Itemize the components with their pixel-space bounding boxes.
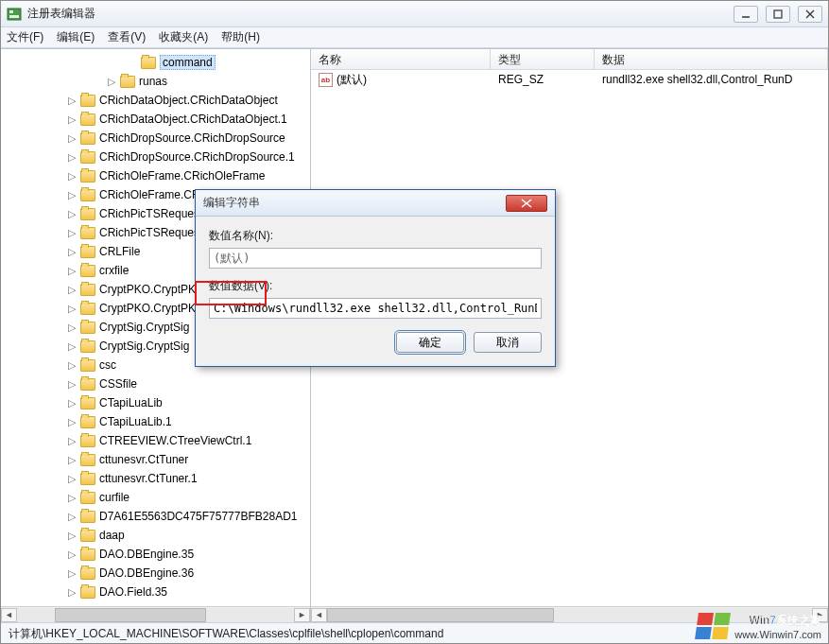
menu-file[interactable]: 文件(F) — [7, 29, 43, 45]
tree-expand-icon[interactable]: ▷ — [65, 435, 78, 447]
scroll-left-button[interactable]: ◄ — [1, 608, 17, 622]
tree-expand-icon[interactable]: ▷ — [65, 340, 78, 353]
tree-expand-icon[interactable]: ▷ — [65, 303, 78, 315]
tree-expand-icon[interactable]: ▷ — [65, 246, 78, 258]
tree-item[interactable]: ▷DAO.DBEngine.36 — [1, 564, 310, 583]
tree-expand-icon[interactable]: ▷ — [65, 454, 78, 466]
maximize-button[interactable] — [766, 6, 790, 23]
tree-horizontal-scrollbar[interactable]: ◄ ► — [1, 606, 310, 622]
tree-expand-icon[interactable]: ▷ — [65, 586, 78, 599]
tree-item-label: daap — [99, 529, 125, 542]
menu-edit[interactable]: 编辑(E) — [57, 29, 95, 45]
folder-icon — [80, 189, 95, 201]
scroll-thumb[interactable] — [55, 608, 206, 622]
tree-expand-icon[interactable]: ▷ — [65, 548, 78, 561]
menu-view[interactable]: 查看(V) — [108, 29, 146, 45]
tree-item[interactable]: command — [1, 53, 310, 72]
row-data: rundll32.exe shell32.dll,Control_RunD — [595, 73, 828, 86]
column-data[interactable]: 数据 — [595, 49, 828, 69]
value-data-input[interactable] — [209, 298, 542, 319]
tree-expand-icon[interactable]: ▷ — [65, 378, 78, 391]
tree-item[interactable]: ▷CSSfile — [1, 374, 310, 393]
tree-expand-icon[interactable]: ▷ — [65, 189, 78, 201]
column-name[interactable]: 名称 — [311, 49, 491, 69]
tree-expand-icon[interactable]: ▷ — [65, 397, 78, 409]
svg-rect-4 — [774, 10, 782, 18]
scroll-thumb[interactable] — [327, 608, 554, 622]
tree-item-label: CRichDropSource.CRichDropSource — [99, 131, 285, 145]
tree-expand-icon[interactable]: ▷ — [65, 132, 78, 145]
menubar: 文件(F) 编辑(E) 查看(V) 收藏夹(A) 帮助(H) — [1, 27, 828, 48]
tree-item[interactable]: ▷D7A61E5563DC475F75777BFB28AD1 — [1, 507, 310, 526]
tree-item[interactable]: ▷CRichOleFrame.CRichOleFrame — [1, 166, 310, 185]
folder-icon — [80, 511, 95, 523]
tree-item-label: cttunesvr.CtTuner.1 — [99, 472, 198, 485]
tree-item[interactable]: ▷daap — [1, 526, 310, 545]
tree-item[interactable]: ▷CRichDataObject.CRichDataObject — [1, 91, 310, 110]
list-header: 名称 类型 数据 — [311, 49, 828, 70]
tree-expand-icon[interactable]: ▷ — [65, 416, 78, 428]
scroll-left-button[interactable]: ◄ — [311, 608, 327, 622]
dialog-close-button[interactable] — [506, 195, 547, 212]
tree-item-label: CTapiLuaLib — [99, 396, 163, 409]
tree-item[interactable]: ▷cttunesvr.CtTuner.1 — [1, 469, 310, 488]
tree-item[interactable]: ▷DAO.Field.35 — [1, 583, 310, 601]
tree-expand-icon[interactable]: ▷ — [65, 511, 78, 523]
tree-expand-icon[interactable]: ▷ — [65, 265, 78, 277]
menu-help[interactable]: 帮助(H) — [221, 29, 260, 45]
tree-expand-icon[interactable]: ▷ — [65, 151, 78, 164]
tree-expand-icon[interactable]: ▷ — [65, 284, 78, 296]
tree-expand-icon[interactable]: ▷ — [65, 530, 78, 542]
tree-item-label: CRichDataObject.CRichDataObject.1 — [99, 113, 287, 126]
tree-item[interactable]: ▷CRichDataObject.CRichDataObject.1 — [1, 110, 310, 129]
folder-icon — [80, 246, 95, 258]
tree-item-label: CTapiLuaLib.1 — [99, 415, 172, 428]
tree-expand-icon[interactable]: ▷ — [65, 359, 78, 372]
tree-item[interactable]: ▷cttunesvr.CtTuner — [1, 450, 310, 469]
tree-item-label: curfile — [99, 491, 130, 504]
value-name-input[interactable] — [209, 248, 542, 269]
folder-icon — [80, 208, 95, 220]
tree-expand-icon[interactable]: ▷ — [65, 473, 78, 485]
tree-expand-icon[interactable]: ▷ — [65, 113, 78, 126]
dialog-titlebar: 编辑字符串 — [196, 190, 555, 217]
regedit-icon — [7, 7, 22, 22]
folder-icon — [80, 530, 95, 542]
tree-item-label: CryptSig.CryptSig — [99, 339, 189, 353]
status-path: 计算机\HKEY_LOCAL_MACHINE\SOFTWARE\Classes\… — [9, 627, 443, 640]
cancel-button[interactable]: 取消 — [474, 332, 542, 353]
scroll-right-button[interactable]: ► — [294, 608, 310, 622]
tree-item[interactable]: ▷curfile — [1, 488, 310, 507]
tree-item[interactable]: ▷CTapiLuaLib.1 — [1, 412, 310, 431]
scroll-right-button[interactable]: ► — [812, 608, 828, 622]
tree-expand-icon[interactable]: ▷ — [65, 567, 78, 580]
close-button[interactable] — [798, 6, 822, 23]
ok-button[interactable]: 确定 — [396, 332, 464, 353]
folder-icon — [80, 303, 95, 315]
tree-item[interactable]: ▷runas — [1, 72, 310, 91]
tree-expand-icon[interactable]: ▷ — [65, 322, 78, 334]
tree-expand-icon[interactable]: ▷ — [65, 95, 78, 107]
tree-expand-icon[interactable]: ▷ — [65, 492, 78, 504]
folder-icon — [80, 132, 95, 145]
tree-expand-icon[interactable]: ▷ — [65, 170, 78, 183]
tree-item[interactable]: ▷CRichDropSource.CRichDropSource.1 — [1, 148, 310, 166]
tree-item[interactable]: ▷CTREEVIEW.CTreeViewCtrl.1 — [1, 431, 310, 450]
list-horizontal-scrollbar[interactable]: ◄ ► — [311, 606, 828, 622]
list-row[interactable]: ab (默认) REG_SZ rundll32.exe shell32.dll,… — [311, 70, 828, 89]
menu-favorites[interactable]: 收藏夹(A) — [159, 29, 208, 45]
column-type[interactable]: 类型 — [491, 49, 595, 69]
folder-icon — [80, 567, 95, 580]
tree-expand-icon[interactable]: ▷ — [65, 208, 78, 220]
tree-item[interactable]: ▷CRichDropSource.CRichDropSource — [1, 129, 310, 148]
scroll-track[interactable] — [327, 608, 812, 622]
tree-item[interactable]: ▷CTapiLuaLib — [1, 393, 310, 412]
scroll-track[interactable] — [17, 608, 294, 622]
minimize-button[interactable] — [734, 6, 758, 23]
folder-icon — [80, 284, 95, 296]
tree-item[interactable]: ▷DAO.DBEngine.35 — [1, 545, 310, 564]
row-name: (默认) — [337, 72, 367, 88]
tree-expand-icon[interactable]: ▷ — [65, 227, 78, 239]
dialog-body: 数值名称(N): 数值数据(V): 确定 取消 — [196, 217, 555, 366]
tree-expand-icon[interactable]: ▷ — [105, 76, 118, 88]
